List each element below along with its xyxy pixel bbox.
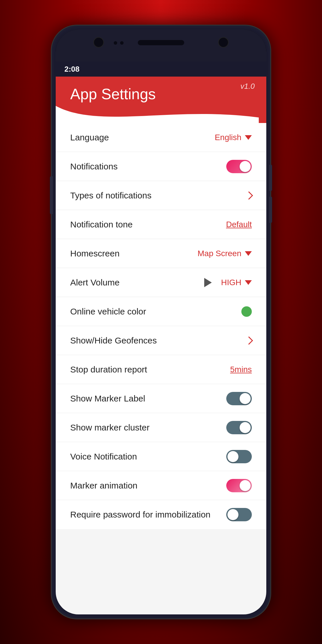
sensor-dots [114,41,124,45]
language-dropdown-icon [245,135,252,140]
homescreen-current-value: Map Screen [198,249,241,258]
setting-row-notifications[interactable]: Notifications [56,152,266,181]
show-hide-geofences-label: Show/Hide Geofences [70,336,157,345]
app-header: v1.0 App Settings [56,77,266,123]
show-marker-label-toggle[interactable] [226,392,252,405]
setting-row-show-marker-cluster[interactable]: Show marker cluster [56,413,266,442]
notification-tone-current-value: Default [226,220,252,229]
voice-notification-label: Voice Notification [70,452,137,462]
notifications-label: Notifications [70,162,117,171]
screen: 2:08 v1.0 App Settings Language English [56,61,266,614]
require-password-value[interactable] [226,508,252,521]
alert-volume-dropdown-icon [245,280,252,285]
setting-row-alert-volume[interactable]: Alert Volume HIGH [56,268,266,297]
language-current-value: English [215,133,241,142]
phone-device: 2:08 v1.0 App Settings Language English [51,25,271,619]
settings-list: Language English Notifications Types of … [56,123,266,529]
homescreen-value[interactable]: Map Screen [198,249,252,258]
notification-tone-value[interactable]: Default [226,220,252,229]
notification-tone-label: Notification tone [70,220,133,229]
stop-duration-report-current-value: 5mins [230,365,252,374]
status-time: 2:08 [64,65,79,74]
page-title: App Settings [70,85,156,103]
front-camera-left [93,37,104,48]
sensor-dot-1 [114,41,117,45]
app-version: v1.0 [240,82,255,91]
sensor-dot-2 [120,41,124,45]
types-of-notifications-chevron-icon [245,191,253,199]
setting-row-show-marker-label[interactable]: Show Marker Label [56,384,266,413]
phone-inner: 2:08 v1.0 App Settings Language English [56,30,266,614]
types-of-notifications-value[interactable] [246,193,252,198]
front-camera-right [218,37,229,48]
header-wave [56,106,259,123]
speaker [138,40,184,45]
marker-animation-toggle[interactable] [226,479,252,492]
online-vehicle-color-label: Online vehicle color [70,307,146,316]
setting-row-show-hide-geofences[interactable]: Show/Hide Geofences [56,326,266,355]
alert-volume-play-icon[interactable] [204,278,212,287]
marker-animation-value[interactable] [226,479,252,492]
show-marker-label-value[interactable] [226,392,252,405]
setting-row-voice-notification[interactable]: Voice Notification [56,442,266,471]
volume-down-button[interactable] [269,197,272,223]
online-vehicle-color-value[interactable] [241,306,252,317]
voice-notification-value[interactable] [226,450,252,463]
setting-row-homescreen[interactable]: Homescreen Map Screen [56,239,266,268]
stop-duration-report-value[interactable]: 5mins [230,365,252,374]
setting-row-online-vehicle-color[interactable]: Online vehicle color [56,297,266,326]
show-marker-cluster-toggle[interactable] [226,421,252,434]
hardware-top [56,30,266,61]
homescreen-label: Homescreen [70,249,120,258]
language-label: Language [70,133,109,142]
show-hide-geofences-chevron-icon [245,336,253,344]
show-marker-label-label: Show Marker Label [70,394,145,404]
notifications-value[interactable] [226,160,252,173]
show-marker-cluster-value[interactable] [226,421,252,434]
show-hide-geofences-value[interactable] [246,338,252,343]
setting-row-notification-tone[interactable]: Notification tone Default [56,210,266,239]
voice-notification-toggle[interactable] [226,450,252,463]
require-password-toggle[interactable] [226,508,252,521]
stop-duration-report-label: Stop duration report [70,365,147,375]
types-of-notifications-label: Types of notifications [70,191,151,200]
marker-animation-label: Marker animation [70,481,138,491]
language-value[interactable]: English [215,133,252,142]
status-bar: 2:08 [56,61,266,77]
setting-row-stop-duration-report[interactable]: Stop duration report 5mins [56,355,266,384]
setting-row-language[interactable]: Language English [56,123,266,152]
setting-row-marker-animation[interactable]: Marker animation [56,471,266,500]
homescreen-dropdown-icon [245,251,252,256]
alert-volume-value[interactable]: HIGH [204,278,252,287]
volume-up-button[interactable] [269,165,272,191]
setting-row-require-password[interactable]: Require password for immobilization [56,500,266,529]
alert-volume-label: Alert Volume [70,278,120,287]
show-marker-cluster-label: Show marker cluster [70,423,149,433]
require-password-label: Require password for immobilization [70,510,211,520]
setting-row-types-of-notifications[interactable]: Types of notifications [56,181,266,210]
alert-volume-current-value: HIGH [221,278,241,287]
power-button[interactable] [50,176,53,214]
online-vehicle-color-dot[interactable] [241,306,252,317]
notifications-toggle[interactable] [226,160,252,173]
